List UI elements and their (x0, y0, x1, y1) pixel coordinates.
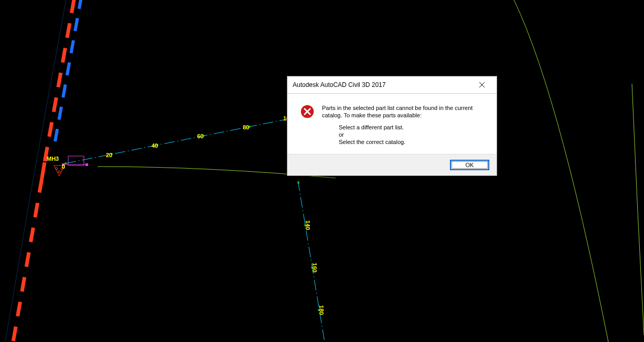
svg-point-21 (297, 182, 299, 184)
svg-line-13 (66, 118, 294, 163)
station-label-160: 160 (312, 263, 318, 272)
dialog-option-or: or (339, 131, 488, 138)
svg-point-10 (56, 168, 58, 170)
dialog-message-intro: Parts in the selected part list cannot b… (322, 104, 488, 119)
svg-rect-9 (85, 163, 88, 166)
station-label-180: 180 (318, 305, 325, 315)
svg-line-20 (298, 181, 325, 342)
ok-button[interactable]: OK (450, 160, 489, 170)
station-label-40: 40 (152, 142, 158, 149)
svg-point-12 (58, 171, 60, 173)
svg-line-2 (13, 178, 42, 342)
close-icon (479, 82, 485, 87)
dialog-message-options: Select a different part list. or Select … (339, 124, 488, 146)
station-label-0: 0 (62, 163, 65, 170)
dialog-titlebar[interactable]: Autodesk AutoCAD Civil 3D 2017 (287, 76, 497, 94)
close-button[interactable] (471, 80, 492, 90)
dialog-footer: OK (287, 154, 497, 175)
station-label-80: 80 (243, 124, 249, 130)
dialog-title: Autodesk AutoCAD Civil 3D 2017 (293, 81, 385, 89)
dialog-body: Parts in the selected part list cannot b… (287, 94, 497, 154)
station-label-60: 60 (197, 133, 203, 139)
error-icon (300, 104, 315, 119)
error-dialog: Autodesk AutoCAD Civil 3D 2017 Parts in … (287, 76, 497, 176)
station-label-20: 20 (106, 152, 112, 158)
station-label-140: 140 (305, 220, 311, 230)
dialog-message: Parts in the selected part list cannot b… (322, 104, 488, 146)
structure-label: MH3 (47, 156, 59, 162)
svg-line-1 (42, 162, 45, 178)
svg-line-3 (55, 0, 85, 141)
svg-rect-6 (68, 156, 84, 166)
dialog-option-1: Select a different part list. (339, 124, 488, 131)
dialog-option-2: Select the correct catalog. (339, 138, 488, 146)
